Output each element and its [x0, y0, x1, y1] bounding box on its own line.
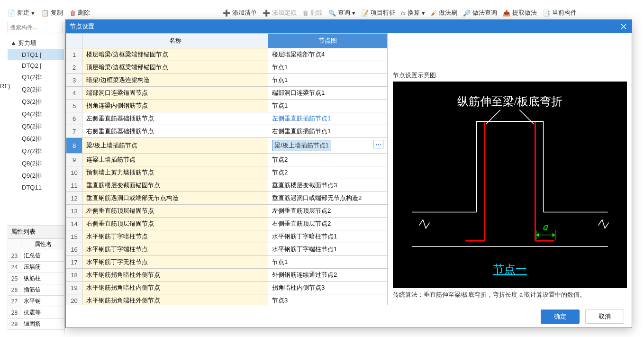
- prop-cell[interactable]: 抗震等: [21, 307, 65, 319]
- search-input[interactable]: 搜索构件...: [8, 22, 63, 33]
- table-row[interactable]: 12垂直钢筋遇洞口或端部无节点构造垂直筋遇洞口或端部无节点构造2: [66, 192, 388, 205]
- name-cell[interactable]: 水平钢筋丁字无柱节点: [82, 256, 268, 269]
- diagram-edit-cell[interactable]: 梁/板上墙插筋节点1: [272, 140, 331, 151]
- diagram-cell[interactable]: 楼层暗梁端部节点4: [268, 48, 388, 61]
- cancel-button[interactable]: 取消: [585, 310, 624, 324]
- table-row[interactable]: 13左侧垂直筋顶层锚固节点左侧垂直筋顶层节点2: [66, 205, 388, 218]
- name-cell[interactable]: 暗梁/边框梁遇连梁构造: [82, 74, 268, 87]
- name-cell[interactable]: 左侧垂直筋基础插筋节点: [82, 112, 268, 125]
- table-row[interactable]: 16水平钢筋丁字端柱节点水平钢筋丁字端柱节点1: [66, 243, 388, 256]
- diagram-cell[interactable]: 外侧钢筋连续通过节点2: [268, 269, 388, 282]
- diagram-header[interactable]: 节点图: [268, 34, 388, 48]
- diagram-cell[interactable]: 左侧垂直筋插筋节点1: [268, 112, 388, 125]
- table-row[interactable]: 1楼层暗梁/边框梁端部锚固节点楼层暗梁端部节点4: [66, 48, 388, 61]
- name-cell[interactable]: 垂直筋楼层变截面锚固节点: [82, 179, 268, 192]
- table-row[interactable]: 20水平钢筋拐角端柱外侧节点节点3: [66, 294, 388, 305]
- add-quota-button[interactable]: ➕添加定额: [263, 9, 297, 17]
- tree-leaf[interactable]: Q5(2排: [8, 120, 64, 133]
- table-row[interactable]: 10预制墙上剪力墙插筋节点节点2: [66, 166, 388, 179]
- name-cell[interactable]: 楼层暗梁/边框梁端部锚固节点: [82, 48, 268, 61]
- name-cell[interactable]: 右侧垂直筋基础插筋节点: [82, 125, 268, 138]
- tree-leaf[interactable]: Q3(2排: [8, 96, 64, 108]
- current-button[interactable]: 📑当前构件: [543, 9, 577, 17]
- method-query-button[interactable]: 🔎做法查询: [463, 9, 497, 17]
- name-cell[interactable]: 垂直钢筋遇洞口或端部无节点构造: [82, 192, 268, 205]
- extract-button[interactable]: 📤提取做法: [503, 9, 537, 17]
- table-row[interactable]: 2顶层暗梁/边框梁端部锚固节点节点1: [66, 61, 388, 74]
- table-row[interactable]: 17水平钢筋丁字无柱节点节点1: [66, 256, 388, 269]
- brush-button[interactable]: 🖌做法刷: [431, 9, 457, 17]
- diagram-cell[interactable]: 水平钢筋丁字端柱节点1: [268, 243, 388, 256]
- diagram-cell[interactable]: 节点2: [268, 166, 388, 179]
- name-cell[interactable]: 右侧垂直筋顶层锚固节点: [82, 218, 268, 230]
- diagram-cell[interactable]: 水平钢筋丁字暗柱节点1: [268, 230, 388, 243]
- new-button[interactable]: 📄 新建 ▾: [8, 9, 35, 17]
- tree-leaf[interactable]: Q4(2排: [8, 108, 64, 120]
- delete2-button[interactable]: 🗑删除: [302, 9, 323, 17]
- name-cell[interactable]: 水平钢筋丁字暗柱节点: [82, 230, 268, 243]
- ellipsis-button[interactable]: ⋯: [373, 140, 383, 148]
- prop-cell[interactable]: 压墙筋: [21, 262, 65, 273]
- name-cell[interactable]: 左侧垂直筋顶层锚固节点: [82, 205, 268, 218]
- tree-leaf[interactable]: Q1(2排: [8, 71, 64, 83]
- diagram-cell[interactable]: 节点3: [268, 294, 388, 305]
- node-grid-wrap[interactable]: 名称 节点图 1楼层暗梁/边框梁端部锚固节点楼层暗梁端部节点42顶层暗梁/边框梁…: [66, 33, 388, 305]
- name-header[interactable]: 名称: [82, 34, 268, 48]
- feature-button[interactable]: 📝项目特征: [361, 9, 395, 17]
- tree-leaf[interactable]: Q6(2排: [8, 133, 64, 145]
- prop-cell[interactable]: 水平钢: [21, 296, 65, 307]
- name-cell[interactable]: 连梁上墙插筋节点: [82, 154, 268, 166]
- diagram-cell[interactable]: 节点1: [268, 100, 388, 112]
- name-cell[interactable]: 水平钢筋拐角端柱外侧节点: [82, 294, 268, 305]
- table-row[interactable]: 5拐角连梁内侧钢筋节点节点1: [66, 100, 388, 112]
- table-row[interactable]: 6左侧垂直筋基础插筋节点左侧垂直筋插筋节点1: [66, 112, 388, 125]
- diagram-cell[interactable]: 梁/板上墙插筋节点1⋯: [268, 138, 388, 154]
- prop-cell[interactable]: 插筋信: [21, 284, 65, 296]
- tree-leaf[interactable]: Q2(2排: [8, 83, 64, 96]
- table-row[interactable]: 4端部洞口连梁锚固节点端部洞口连梁节点1: [66, 87, 388, 100]
- tree-leaf[interactable]: Q8(2排: [8, 157, 64, 170]
- tree-leaf[interactable]: DTQ11: [8, 182, 64, 193]
- table-row[interactable]: 11垂直筋楼层变截面锚固节点垂直筋楼层变截面节点3: [66, 179, 388, 192]
- diagram-cell[interactable]: 拐角暗柱内侧节点3: [268, 282, 388, 294]
- table-row[interactable]: 18水平钢筋拐角暗柱外侧节点外侧钢筋连续通过节点2: [66, 269, 388, 282]
- name-cell[interactable]: 拐角连梁内侧钢筋节点: [82, 100, 268, 112]
- name-cell[interactable]: 水平钢筋丁字端柱节点: [82, 243, 268, 256]
- ok-button[interactable]: 确定: [541, 310, 580, 324]
- table-row[interactable]: 15水平钢筋丁字暗柱节点水平钢筋丁字暗柱节点1: [66, 230, 388, 243]
- diagram-cell[interactable]: 节点1: [268, 61, 388, 74]
- name-cell[interactable]: 水平钢筋拐角暗柱外侧节点: [82, 269, 268, 282]
- tree-leaf[interactable]: DTQ1 [: [8, 49, 64, 60]
- prop-cell[interactable]: 纵筋柱: [21, 273, 65, 284]
- diagram-cell[interactable]: 节点2: [268, 154, 388, 166]
- diagram-cell[interactable]: 节点1: [268, 256, 388, 269]
- diagram-cell[interactable]: 垂直筋楼层变截面节点3: [268, 179, 388, 192]
- copy-button[interactable]: 📋 复制: [41, 9, 63, 17]
- diagram-cell[interactable]: 节点1: [268, 74, 388, 87]
- diagram-cell[interactable]: 左侧垂直筋顶层节点2: [268, 205, 388, 218]
- name-cell[interactable]: 预制墙上剪力墙插筋节点: [82, 166, 268, 179]
- diagram-cell[interactable]: 右侧垂直筋插筋节点1: [268, 125, 388, 138]
- delete-button[interactable]: 🗑 删除: [70, 9, 90, 17]
- tree-leaf[interactable]: Q9(2排: [8, 170, 64, 182]
- add-list-button[interactable]: ➕添加清单: [223, 9, 257, 17]
- tree-leaf[interactable]: Q7(2排: [8, 145, 64, 157]
- table-row[interactable]: 9连梁上墙插筋节点节点2: [66, 154, 388, 166]
- prop-cell[interactable]: 汇总信: [21, 250, 65, 262]
- convert-button[interactable]: fx换算▾: [401, 9, 425, 17]
- query-button[interactable]: 🔍查询▾: [328, 9, 355, 17]
- table-row[interactable]: 3暗梁/边框梁遇连梁构造节点1: [66, 74, 388, 87]
- table-row[interactable]: 14右侧垂直筋顶层锚固节点右侧垂直筋顶层节点2: [66, 218, 388, 230]
- table-row[interactable]: 19水平钢筋拐角暗柱内侧节点拐角暗柱内侧节点3: [66, 282, 388, 294]
- tree-root[interactable]: ▲ 剪力墙: [8, 37, 64, 49]
- name-cell[interactable]: 顶层暗梁/边框梁端部锚固节点: [82, 61, 268, 74]
- prop-cell[interactable]: 锚固搭: [21, 319, 65, 330]
- tree-leaf[interactable]: DTQ2 [: [8, 60, 64, 71]
- name-cell[interactable]: 梁/板上墙插筋节点: [82, 138, 268, 154]
- table-row[interactable]: 8梁/板上墙插筋节点梁/板上墙插筋节点1⋯: [66, 138, 388, 154]
- diagram-cell[interactable]: 端部洞口连梁节点1: [268, 87, 388, 100]
- diagram-cell[interactable]: 右侧垂直筋顶层节点2: [268, 218, 388, 230]
- table-row[interactable]: 7右侧垂直筋基础插筋节点右侧垂直筋插筋节点1: [66, 125, 388, 138]
- name-cell[interactable]: 端部洞口连梁锚固节点: [82, 87, 268, 100]
- name-cell[interactable]: 水平钢筋拐角暗柱内侧节点: [82, 282, 268, 294]
